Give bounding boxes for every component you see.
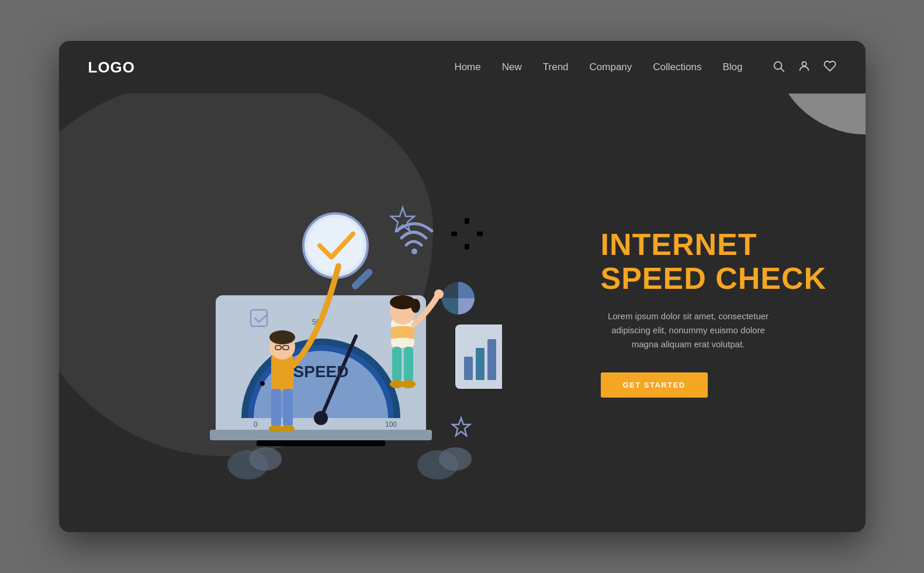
nav-item-home[interactable]: Home	[454, 61, 480, 73]
svg-text:100: 100	[385, 420, 397, 429]
search-icon[interactable]	[772, 60, 785, 75]
navbar: LOGO Home New Trend Company Collections …	[59, 41, 866, 94]
nav-icons	[772, 60, 836, 75]
svg-point-33	[269, 330, 295, 344]
nav-item-collections[interactable]: Collections	[653, 61, 701, 73]
svg-text:SPEED: SPEED	[293, 363, 349, 381]
svg-point-42	[249, 447, 282, 471]
nav-link-new[interactable]: New	[502, 61, 522, 73]
svg-rect-5	[257, 440, 385, 446]
nav-links: Home New Trend Company Collections Blog	[454, 61, 742, 73]
svg-point-53	[402, 380, 416, 388]
browser-window: LOGO Home New Trend Company Collections …	[59, 41, 866, 532]
svg-rect-37	[271, 389, 281, 427]
nav-link-blog[interactable]: Blog	[722, 61, 742, 73]
svg-rect-22	[477, 232, 483, 236]
svg-point-2	[802, 61, 806, 65]
svg-point-40	[281, 425, 295, 432]
svg-line-1	[781, 68, 784, 71]
nav-link-home[interactable]: Home	[454, 61, 480, 73]
nav-link-collections[interactable]: Collections	[653, 61, 701, 73]
svg-point-7	[314, 411, 328, 425]
svg-point-18	[461, 228, 473, 240]
nav-item-trend[interactable]: Trend	[543, 61, 569, 73]
nav-item-company[interactable]: Company	[590, 61, 632, 73]
right-section: INTERNET SPEED CHECK Lorem ipsum dolor s…	[583, 94, 866, 532]
left-section: SPEED 0 50 100	[59, 94, 583, 532]
nav-item-blog[interactable]: Blog	[722, 61, 742, 73]
hero-illustration: SPEED 0 50 100	[140, 132, 502, 494]
svg-rect-50	[392, 347, 402, 382]
svg-point-49	[434, 289, 444, 299]
svg-point-17	[454, 221, 480, 247]
heart-icon[interactable]	[823, 60, 836, 75]
svg-rect-51	[404, 347, 413, 382]
svg-marker-30	[452, 418, 470, 436]
logo: LOGO	[88, 58, 136, 77]
get-started-button[interactable]: GET STARTED	[601, 372, 708, 398]
user-icon[interactable]	[798, 60, 811, 75]
svg-rect-21	[451, 232, 457, 236]
main-content: SPEED 0 50 100	[59, 94, 866, 532]
hero-description: Lorem ipsum dolor sit amet, consectetuer…	[601, 309, 776, 351]
svg-rect-38	[283, 389, 293, 427]
nav-link-trend[interactable]: Trend	[543, 61, 569, 73]
hero-title: INTERNET SPEED CHECK	[601, 228, 827, 295]
svg-rect-20	[465, 244, 469, 250]
nav-item-new[interactable]: New	[502, 61, 522, 73]
svg-rect-25	[464, 357, 473, 380]
svg-point-13	[307, 218, 364, 274]
svg-point-15	[411, 248, 417, 254]
svg-rect-27	[487, 339, 496, 380]
svg-text:0: 0	[254, 420, 258, 429]
svg-rect-4	[210, 430, 432, 440]
svg-point-29	[260, 381, 265, 386]
svg-rect-19	[465, 218, 469, 224]
svg-rect-26	[476, 348, 485, 380]
svg-point-44	[439, 447, 472, 471]
svg-point-48	[411, 299, 420, 313]
nav-link-company[interactable]: Company	[590, 61, 632, 73]
